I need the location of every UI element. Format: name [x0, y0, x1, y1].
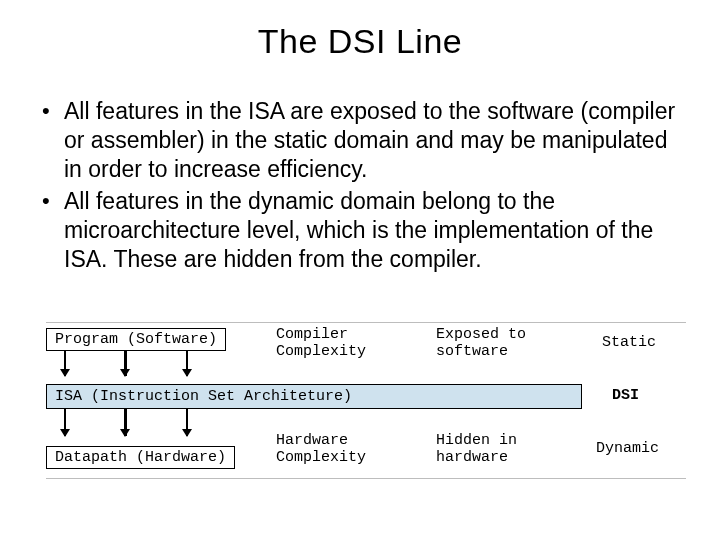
diagram-row-bottom: Datapath (Hardware) Hardware Complexity … — [46, 446, 686, 469]
arrow-down-icon — [124, 408, 127, 436]
exposed-label: Exposed to software — [436, 326, 526, 361]
arrow-down-icon — [186, 350, 188, 376]
slide: The DSI Line All features in the ISA are… — [0, 0, 720, 540]
dynamic-label: Dynamic — [596, 440, 659, 457]
arrows-top — [46, 350, 226, 384]
arrow-down-icon — [124, 350, 127, 376]
arrow-down-icon — [64, 350, 66, 376]
isa-box: ISA (Instruction Set Architeture) — [46, 384, 582, 409]
hidden-label: Hidden in hardware — [436, 432, 517, 467]
dsi-label: DSI — [612, 387, 639, 404]
arrows-bottom — [46, 408, 226, 444]
bullet-item: All features in the ISA are exposed to t… — [36, 97, 684, 183]
page-title: The DSI Line — [0, 0, 720, 79]
program-box: Program (Software) — [46, 328, 226, 351]
datapath-box: Datapath (Hardware) — [46, 446, 235, 469]
bullet-list: All features in the ISA are exposed to t… — [0, 79, 720, 274]
divider — [46, 322, 686, 323]
arrow-down-icon — [64, 408, 66, 436]
dsi-diagram: Program (Software) Compiler Complexity E… — [46, 328, 686, 488]
diagram-row-top: Program (Software) Compiler Complexity E… — [46, 328, 686, 351]
bullet-item: All features in the dynamic domain belon… — [36, 187, 684, 273]
compiler-complexity-label: Compiler Complexity — [276, 326, 366, 361]
arrow-down-icon — [186, 408, 188, 436]
diagram-row-isa: ISA (Instruction Set Architeture) DSI — [46, 384, 686, 409]
divider — [46, 478, 686, 479]
hardware-complexity-label: Hardware Complexity — [276, 432, 366, 467]
static-label: Static — [602, 334, 656, 351]
